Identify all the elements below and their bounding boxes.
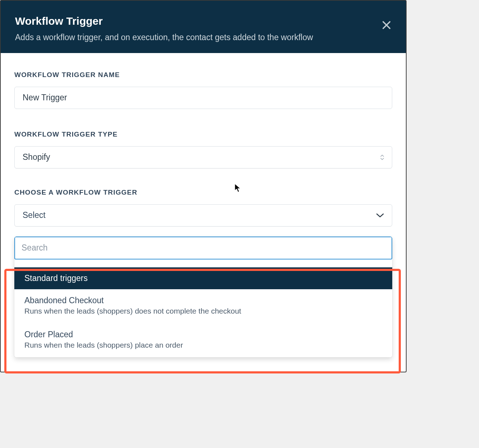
trigger-name-label: WORKFLOW TRIGGER NAME	[14, 71, 392, 79]
panel-header: Workflow Trigger Adds a workflow trigger…	[1, 1, 406, 53]
option-title: Abandoned Checkout	[24, 296, 382, 305]
choose-trigger-select[interactable]: Select	[14, 204, 392, 227]
trigger-type-label: WORKFLOW TRIGGER TYPE	[14, 130, 392, 138]
trigger-option-order-placed[interactable]: Order Placed Runs when the leads (shoppe…	[14, 323, 392, 357]
panel-title: Workflow Trigger	[15, 15, 392, 27]
choose-trigger-group: CHOOSE A WORKFLOW TRIGGER Select Standar…	[14, 189, 392, 357]
trigger-name-group: WORKFLOW TRIGGER NAME	[14, 71, 392, 109]
trigger-option-abandoned-checkout[interactable]: Abandoned Checkout Runs when the leads (…	[14, 289, 392, 323]
workflow-trigger-panel: Workflow Trigger Adds a workflow trigger…	[0, 0, 407, 372]
trigger-name-input[interactable]	[14, 87, 392, 109]
chevron-down-icon	[376, 210, 384, 220]
trigger-dropdown: Standard triggers Abandoned Checkout Run…	[14, 237, 392, 357]
trigger-type-select[interactable]: Shopify	[14, 146, 392, 168]
trigger-type-value: Shopify	[23, 152, 50, 162]
dropdown-group-header: Standard triggers	[14, 267, 392, 289]
choose-trigger-placeholder: Select	[23, 210, 46, 220]
close-icon[interactable]	[381, 20, 392, 30]
sort-icon	[380, 154, 384, 160]
trigger-search-input[interactable]	[14, 237, 392, 259]
option-desc: Runs when the leads (shoppers) place an …	[24, 341, 382, 349]
panel-body: WORKFLOW TRIGGER NAME WORKFLOW TRIGGER T…	[1, 53, 406, 372]
trigger-type-group: WORKFLOW TRIGGER TYPE Shopify	[14, 130, 392, 168]
choose-trigger-label: CHOOSE A WORKFLOW TRIGGER	[14, 189, 392, 196]
option-title: Order Placed	[24, 330, 382, 339]
option-desc: Runs when the leads (shoppers) does not …	[24, 307, 382, 315]
panel-subtitle: Adds a workflow trigger, and on executio…	[15, 32, 392, 43]
